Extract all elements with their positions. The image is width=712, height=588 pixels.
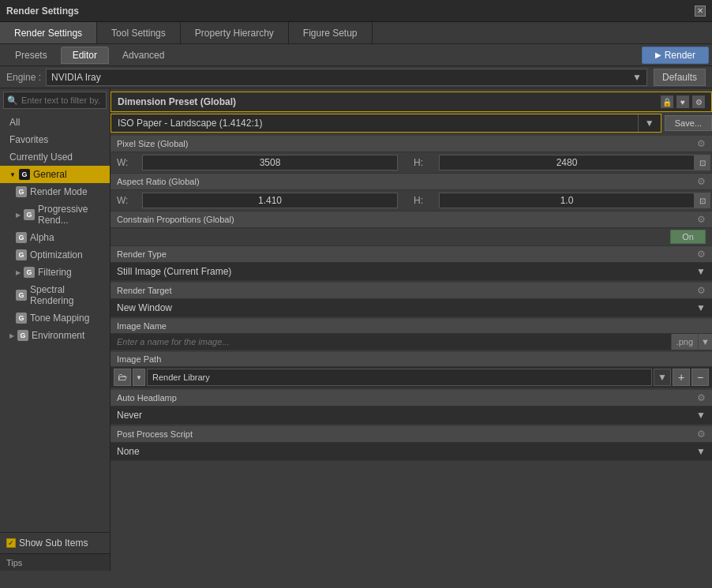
top-tab-bar: Render Settings Tool Settings Property H… <box>0 22 712 44</box>
engine-dropdown-arrow: ▼ <box>632 72 642 83</box>
sidebar-item-tone-mapping[interactable]: G Tone Mapping <box>0 309 110 327</box>
constrain-proportions-row: On <box>111 228 712 246</box>
g-icon-optimization: G <box>16 249 27 260</box>
render-type-row[interactable]: Still Image (Current Frame) ▼ <box>111 263 712 281</box>
sidebar-item-favorites[interactable]: Favorites <box>0 131 110 148</box>
tab-advanced[interactable]: Advanced <box>111 47 176 64</box>
post-process-arrow: ▼ <box>690 443 712 460</box>
dimension-preset-arrow: ▼ <box>638 114 661 132</box>
aspect-w-label: W: <box>111 195 142 206</box>
g-icon-tone-mapping: G <box>16 313 27 324</box>
post-process-gear-icon[interactable]: ⚙ <box>697 429 706 440</box>
folder-dropdown-arrow[interactable]: ▼ <box>133 369 145 386</box>
pixel-h-label: H: <box>407 157 439 168</box>
show-sub-items-label: Show Sub Items <box>19 537 88 549</box>
tab-figure-setup[interactable]: Figure Setup <box>289 22 373 43</box>
auto-headlamp-arrow: ▼ <box>690 406 712 424</box>
sidebar-items-list: All Favorites Currently Used ▼ G General… <box>0 112 110 532</box>
aspect-h-input[interactable] <box>439 193 695 208</box>
sidebar-search-wrapper: 🔍 <box>3 92 107 109</box>
image-path-arrow[interactable]: ▼ <box>654 369 671 386</box>
render-type-label-row: Render Type ⚙ <box>111 246 712 263</box>
tab-presets[interactable]: Presets <box>3 47 59 64</box>
sidebar-item-currently-used[interactable]: Currently Used <box>0 148 110 166</box>
tab-tool-settings[interactable]: Tool Settings <box>97 22 181 43</box>
image-ext-dropdown[interactable]: .png <box>671 334 698 350</box>
render-button[interactable]: ▶ Render <box>642 47 709 64</box>
pixel-w-input[interactable] <box>142 155 398 170</box>
sidebar-item-render-mode[interactable]: G Render Mode <box>0 183 110 200</box>
image-path-remove-button[interactable]: − <box>691 369 709 386</box>
image-path-label-row: Image Path <box>111 352 712 367</box>
g-icon-filtering: G <box>24 267 35 278</box>
main-area: 🔍 All Favorites Currently Used ▼ G Gener… <box>0 88 712 571</box>
aspect-ratio-gear-icon[interactable]: ⚙ <box>697 176 706 187</box>
dimension-gear-icon[interactable]: ⚙ <box>692 96 705 108</box>
dimension-preset-select[interactable]: ISO Paper - Landscape (1.4142:1) ▼ <box>111 114 661 133</box>
image-name-input[interactable] <box>111 334 671 350</box>
folder-button[interactable]: 🗁 <box>114 369 131 386</box>
image-ext-arrow[interactable]: ▼ <box>698 334 712 350</box>
render-target-gear-icon[interactable]: ⚙ <box>697 285 706 296</box>
dimension-save-button[interactable]: Save... <box>665 115 712 131</box>
show-sub-items-checkbox[interactable]: ✓ <box>6 538 16 548</box>
tab-property-hierarchy[interactable]: Property Hierarchy <box>181 22 289 43</box>
window-title: Render Settings <box>6 6 79 17</box>
auto-headlamp-label-row: Auto Headlamp ⚙ <box>111 390 712 406</box>
engine-row: Engine : NVIDIA Iray ▼ Defaults <box>0 66 712 88</box>
sidebar-item-alpha[interactable]: G Alpha <box>0 229 110 246</box>
expand-arrow-general: ▼ <box>9 171 16 178</box>
expand-arrow-environment: ▶ <box>9 332 14 339</box>
pixel-w-label: W: <box>111 157 142 168</box>
g-icon-render-mode: G <box>16 186 27 197</box>
sidebar-item-filtering[interactable]: ▶ G Filtering <box>0 264 110 281</box>
aspect-w-input[interactable] <box>142 193 398 208</box>
auto-headlamp-gear-icon[interactable]: ⚙ <box>697 392 706 403</box>
engine-dropdown[interactable]: NVIDIA Iray ▼ <box>46 69 647 86</box>
aspect-ratio-label-row: Aspect Ratio (Global) ⚙ <box>111 174 712 190</box>
pixel-size-label-row: Pixel Size (Global) ⚙ <box>111 136 712 152</box>
g-icon-spectral: G <box>16 290 27 301</box>
pixel-size-action-icon[interactable]: ⊡ <box>695 155 710 170</box>
constrain-gear-icon[interactable]: ⚙ <box>697 214 706 225</box>
expand-arrow-progressive: ▶ <box>16 212 21 219</box>
image-path-value: Render Library <box>147 369 652 386</box>
close-button[interactable]: ✕ <box>695 6 706 17</box>
defaults-button[interactable]: Defaults <box>654 69 706 86</box>
render-target-row[interactable]: New Window ▼ <box>111 299 712 317</box>
sidebar-item-progressive-rend[interactable]: ▶ G Progressive Rend... <box>0 200 110 229</box>
pixel-size-gear-icon[interactable]: ⚙ <box>697 138 706 149</box>
tab-render-settings[interactable]: Render Settings <box>0 22 97 43</box>
dimension-preset-icons: 🔒 ♥ ⚙ <box>661 96 705 108</box>
g-icon-alpha: G <box>16 232 27 243</box>
aspect-h-label: H: <box>407 195 439 206</box>
image-path-row: 🗁 ▼ Render Library ▼ + − <box>111 367 712 388</box>
pixel-h-input[interactable] <box>439 155 695 170</box>
title-bar: Render Settings ✕ <box>0 0 712 22</box>
image-name-row: .png ▼ <box>111 334 712 350</box>
sidebar-item-spectral-rendering[interactable]: G Spectral Rendering <box>0 281 110 309</box>
auto-headlamp-row[interactable]: Never ▼ <box>111 406 712 425</box>
aspect-ratio-action-icon[interactable]: ⊡ <box>695 193 710 208</box>
sidebar-item-general[interactable]: ▼ G General <box>0 166 110 183</box>
image-name-label-row: Image Name <box>111 319 712 334</box>
render-icon: ▶ <box>655 51 661 59</box>
render-type-gear-icon[interactable]: ⚙ <box>697 249 706 260</box>
sidebar-item-optimization[interactable]: G Optimization <box>0 246 110 264</box>
content-area: Dimension Preset (Global) 🔒 ♥ ⚙ ISO Pape… <box>111 88 712 571</box>
expand-arrow-filtering: ▶ <box>16 269 21 276</box>
sidebar-item-all[interactable]: All <box>0 114 110 131</box>
constrain-proportions-label-row: Constrain Proportions (Global) ⚙ <box>111 212 712 228</box>
post-process-label-row: Post Process Script ⚙ <box>111 426 712 443</box>
sidebar-item-environment[interactable]: ▶ G Environment <box>0 327 110 344</box>
dimension-lock-icon[interactable]: 🔒 <box>661 96 673 108</box>
dimension-preset-row: ISO Paper - Landscape (1.4142:1) ▼ Save.… <box>111 114 712 133</box>
dimension-heart-icon[interactable]: ♥ <box>676 96 689 108</box>
tab-editor[interactable]: Editor <box>61 47 109 64</box>
render-target-arrow: ▼ <box>690 299 712 316</box>
search-input[interactable] <box>3 92 107 109</box>
show-sub-items-row[interactable]: ✓ Show Sub Items <box>0 532 110 553</box>
post-process-row[interactable]: None ▼ <box>111 443 712 461</box>
constrain-toggle-button[interactable]: On <box>670 230 706 244</box>
image-path-add-button[interactable]: + <box>673 369 690 386</box>
